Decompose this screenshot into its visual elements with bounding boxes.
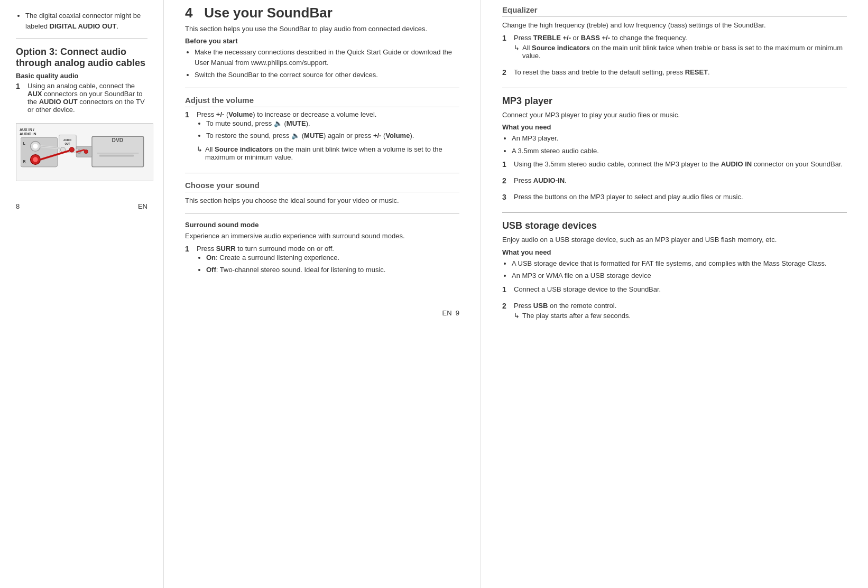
connector-inner: AUX IN /AUDIO IN L R — [16, 124, 153, 181]
eq-step-content-1: Press TREBLE +/- or BASS +/- to change t… — [514, 34, 847, 60]
divider-1 — [16, 39, 147, 39]
adjust-step-num-1: 1 — [185, 110, 197, 165]
usb-intro: Enjoy audio on a USB storage device, suc… — [502, 235, 847, 245]
usb-step-row-1: 1 Connect a USB storage device to the So… — [502, 285, 847, 297]
usb-need-item-2: An MP3 or WMA file on a USB storage devi… — [512, 270, 847, 281]
usb-title: USB storage devices — [502, 220, 847, 231]
usb-step2-text: Press USB on the remote control. — [514, 302, 616, 310]
svg-text:L: L — [23, 142, 25, 145]
step-content-1: Using an analog cable, connect the AUX c… — [27, 82, 147, 114]
mp3-step-content-3: Press the buttons on the MP3 player to s… — [514, 193, 847, 201]
mid-divider-2 — [185, 173, 459, 173]
usb-need-item-1: A USB storage device that is formatted f… — [512, 258, 847, 269]
left-page-lang: EN — [138, 202, 147, 210]
mp3-step2-text: Press AUDIO-IN. — [514, 176, 567, 184]
svg-text:AUDIO: AUDIO — [63, 139, 71, 142]
mp3-step-num-2: 2 — [502, 176, 514, 189]
chapter-heading: 4 Use your SoundBar — [185, 5, 459, 21]
surround-bullet-on: On: Create a surround listening experien… — [206, 253, 459, 263]
eq-step1-text: Press TREBLE +/- or BASS +/- to change t… — [514, 34, 687, 42]
mp3-what-need-list: An MP3 player. A 3.5mm stereo audio cabl… — [502, 133, 847, 156]
choose-intro: This section helps you choose the ideal … — [185, 195, 459, 206]
svg-rect-19 — [99, 155, 134, 157]
mp3-step-row-1: 1 Using the 3.5mm stereo audio cable, co… — [502, 160, 847, 172]
mp3-step-row-2: 2 Press AUDIO-IN. — [502, 176, 847, 189]
svg-text:DVD: DVD — [112, 137, 124, 143]
before-start-list: Make the necessary connections described… — [185, 47, 459, 80]
usb-step2-arrow: The play starts after a few seconds. — [514, 312, 847, 320]
eq-step1-arrow: All Source indicators on the main unit b… — [514, 44, 847, 60]
usb-step1-text: Connect a USB storage device to the Soun… — [514, 285, 661, 293]
digital-coaxial-text: The digital coaxial connector might be l… — [25, 12, 141, 30]
equalizer-intro: Change the high frequency (treble) and l… — [502, 20, 847, 31]
digital-coaxial-item: The digital coaxial connector might be l… — [25, 11, 147, 31]
mp3-step-row-3: 3 Press the buttons on the MP3 player to… — [502, 193, 847, 205]
eq-step-content-2: To reset the bass and treble to the defa… — [514, 68, 847, 76]
before-start-item-2: Switch the SoundBar to the correct sourc… — [195, 70, 459, 80]
usb-what-need-list: A USB storage device that is formatted f… — [502, 258, 847, 281]
surround-intro: Experience an immersive audio experience… — [185, 231, 459, 241]
mid-page-lang: EN — [442, 309, 451, 317]
right-divider-2 — [502, 212, 847, 213]
connector-svg: L R AUDIO OUT — [21, 126, 149, 179]
eq-step-row-1: 1 Press TREBLE +/- or BASS +/- to change… — [502, 34, 847, 64]
mp3-step-num-1: 1 — [502, 160, 514, 172]
before-start-title: Before you start — [185, 37, 459, 45]
mp3-need-item-1: An MP3 player. — [512, 133, 847, 144]
equalizer-title: Equalizer — [502, 5, 847, 17]
chapter-num: 4 — [185, 5, 192, 21]
chapter-title: Use your SoundBar — [204, 5, 333, 21]
eq-step2-text: To reset the bass and treble to the defa… — [514, 68, 710, 76]
surround-bullet-off: Off: Two-channel stereo sound. Ideal for… — [206, 265, 459, 275]
choose-title: Choose your sound — [185, 181, 459, 192]
usb-step-content-1: Connect a USB storage device to the Soun… — [514, 285, 847, 293]
adjust-step1-arrow: All Source indicators on the main unit b… — [197, 145, 459, 161]
basic-quality-label: Basic quality audio — [16, 72, 147, 80]
mp3-step1-text: Using the 3.5mm stereo audio cable, conn… — [514, 160, 843, 168]
connector-illustration: AUX IN /AUDIO IN L R — [16, 123, 153, 181]
digital-coaxial-list: The digital coaxial connector might be l… — [16, 11, 147, 31]
step-num-1: 1 — [16, 82, 27, 118]
usb-step-content-2: Press USB on the remote control. The pla… — [514, 302, 847, 320]
adjust-step1-subbullets: To mute sound, press 🔈 (MUTE). To restor… — [197, 118, 459, 141]
eq-step-num-2: 2 — [502, 68, 514, 80]
svg-text:OUT: OUT — [65, 143, 70, 145]
usb-step-num-1: 1 — [502, 285, 514, 297]
mid-column: 4 Use your SoundBar This section helps y… — [164, 0, 481, 588]
surround-step-content-1: Press SURR to turn surround mode on or o… — [197, 245, 459, 279]
svg-point-4 — [33, 157, 38, 162]
left-footer: 8 EN — [16, 186, 147, 210]
svg-point-6 — [33, 144, 38, 148]
mp3-need-item-2: A 3.5mm stereo audio cable. — [512, 146, 847, 156]
left-column: The digital coaxial connector might be l… — [0, 0, 164, 588]
usb-step-row-2: 2 Press USB on the remote control. The p… — [502, 302, 847, 324]
adjust-bullet-restore: To restore the sound, press 🔈 (MUTE) aga… — [206, 130, 459, 141]
before-start-item-1: Make the necessary connections described… — [195, 47, 459, 68]
mp3-step-content-1: Using the 3.5mm stereo audio cable, conn… — [514, 160, 847, 168]
option3-title: Option 3: Connect audio through analog a… — [16, 46, 147, 69]
right-column: Equalizer Change the high frequency (tre… — [481, 0, 868, 588]
svg-text:R: R — [23, 160, 26, 163]
mid-divider-3 — [185, 213, 459, 213]
surround-title: Surround sound mode — [185, 221, 459, 229]
usb-step-num-2: 2 — [502, 302, 514, 324]
right-divider-1 — [502, 88, 847, 88]
adjust-bullet-mute: To mute sound, press 🔈 (MUTE). — [206, 118, 459, 129]
surround-step1-text: Press SURR to turn surround mode on or o… — [197, 245, 334, 253]
adjust-step1-text: Press +/- (Volume) to increase or decrea… — [197, 110, 376, 118]
svg-point-11 — [69, 147, 74, 152]
page-layout: The digital coaxial connector might be l… — [0, 0, 868, 588]
mp3-step3-text: Press the buttons on the MP3 player to s… — [514, 193, 743, 201]
mp3-step-num-3: 3 — [502, 193, 514, 205]
eq-step-num-1: 1 — [502, 34, 514, 64]
adjust-step-content-1: Press +/- (Volume) to increase or decrea… — [197, 110, 459, 161]
mid-intro: This section helps you use the SoundBar … — [185, 24, 459, 34]
svg-line-23 — [76, 150, 78, 150]
surround-step-row-1: 1 Press SURR to turn surround mode on or… — [185, 245, 459, 284]
adjust-step-row-1: 1 Press +/- (Volume) to increase or decr… — [185, 110, 459, 165]
mp3-intro: Connect your MP3 player to play your aud… — [502, 110, 847, 120]
surround-step1-subbullets: On: Create a surround listening experien… — [197, 253, 459, 275]
mid-footer: EN 9 — [185, 288, 459, 317]
mid-divider-1 — [185, 88, 459, 88]
surround-step-num-1: 1 — [185, 245, 197, 284]
